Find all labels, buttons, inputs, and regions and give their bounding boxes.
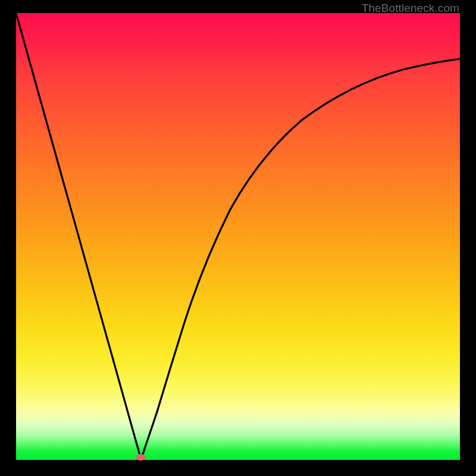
curves-svg — [16, 13, 460, 460]
curve-right-branch — [141, 59, 460, 459]
minimum-marker — [136, 454, 146, 461]
chart-frame: TheBottleneck.com — [0, 0, 476, 476]
plot-area — [16, 13, 460, 460]
curve-left-branch — [16, 13, 141, 459]
